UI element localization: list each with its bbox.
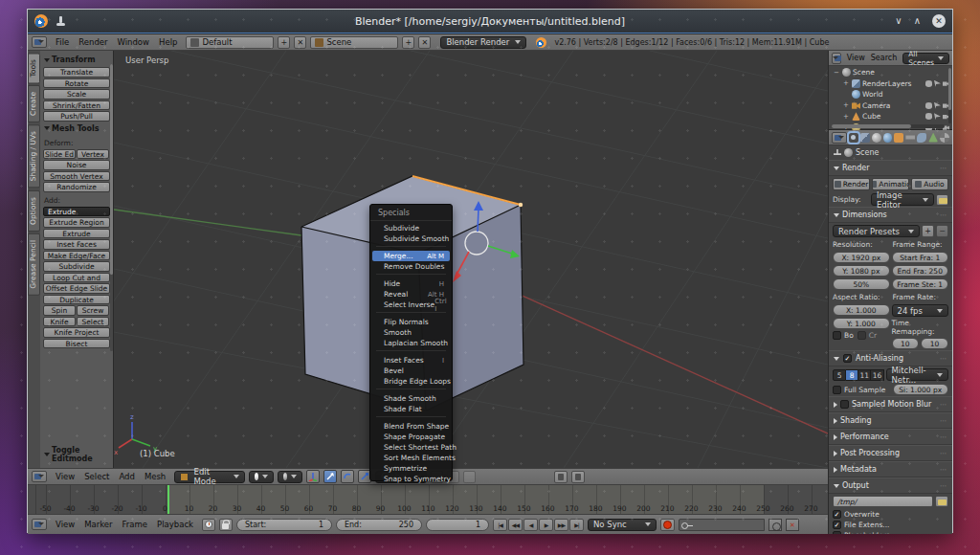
tool-button[interactable]: Extrude Region xyxy=(43,217,110,228)
border-checkbox[interactable]: Bo xyxy=(833,331,854,340)
close-button[interactable]: ✕ xyxy=(932,14,946,28)
aa-samples-button[interactable]: 5 xyxy=(833,369,846,381)
context-menu-item[interactable] xyxy=(376,246,446,250)
context-menu-item[interactable]: Bridge Edge Loops xyxy=(370,376,452,387)
playback-button[interactable]: ▶| xyxy=(569,519,584,531)
aa-samples-button[interactable]: 16 xyxy=(871,369,883,381)
tool-button[interactable]: Randomize xyxy=(43,182,110,192)
render-tab-icon[interactable] xyxy=(849,133,858,143)
output-panel-header[interactable]: Output ⋯ xyxy=(829,477,952,494)
display-lock-button[interactable] xyxy=(936,194,948,206)
context-menu-item[interactable] xyxy=(376,388,446,392)
tool-button[interactable]: Duplicate xyxy=(43,295,110,305)
viewport-editor-icon[interactable] xyxy=(32,471,47,482)
viewport-3d[interactable]: z x y User Persp (1) Cube xyxy=(114,51,828,468)
context-menu-item[interactable] xyxy=(376,312,446,316)
preset-add-button[interactable]: + xyxy=(922,225,934,237)
timeline-menu[interactable]: Playback xyxy=(152,520,198,529)
collapsed-panel-header[interactable]: Metadata ⋯ xyxy=(829,461,952,477)
tool-button[interactable]: Translate xyxy=(43,67,110,78)
pivot-selector[interactable] xyxy=(278,471,302,483)
tool-shelf-tab[interactable]: Grease Pencil xyxy=(28,233,40,296)
viewport-menu[interactable]: View xyxy=(51,472,79,481)
playback-button[interactable]: ▶ xyxy=(539,519,553,531)
panel-dots-icon[interactable]: ⋯ xyxy=(940,355,947,363)
constraints-tab-icon[interactable] xyxy=(905,133,915,143)
delete-keyframe-button[interactable] xyxy=(786,519,799,531)
visibility-eye-icon[interactable] xyxy=(925,102,932,109)
tool-button[interactable]: Bisect xyxy=(43,339,110,349)
tool-button[interactable]: Extrude Individual xyxy=(43,229,110,239)
collapsed-panel-header[interactable]: Shading ⋯ xyxy=(829,412,952,429)
context-menu-item[interactable]: Symmetrize xyxy=(370,463,452,474)
panel-dots-icon[interactable]: ⋯ xyxy=(940,401,947,409)
resolution-x-field[interactable]: X: 1920 px xyxy=(833,252,890,263)
timeline-editor-icon[interactable] xyxy=(32,519,47,530)
timeline-menu[interactable]: Frame xyxy=(118,520,152,529)
playback-button[interactable]: |◀ xyxy=(493,519,507,531)
remap-old-field[interactable]: 10 xyxy=(892,338,920,349)
scene-selector[interactable]: Scene xyxy=(310,36,398,49)
world-tab-icon[interactable] xyxy=(883,133,893,143)
visibility-eye-icon[interactable] xyxy=(925,80,932,87)
tool-shelf-tab[interactable]: Options xyxy=(28,190,40,232)
render-layers-tab-icon[interactable] xyxy=(860,133,870,143)
tool-shelf-tab[interactable]: Tools xyxy=(28,53,40,83)
aa-samples-button[interactable]: 11 xyxy=(858,369,871,381)
aspect-x-field[interactable]: X: 1.000 xyxy=(833,304,890,316)
tool-button[interactable]: Knife xyxy=(43,317,76,327)
selectability-icon[interactable] xyxy=(934,102,941,109)
collapsed-panel-header[interactable]: Sampled Motion Blur ⋯ xyxy=(829,396,952,412)
panel-checkbox[interactable] xyxy=(840,400,849,409)
info-menu[interactable]: File xyxy=(51,37,74,47)
outliner-hscrollbar[interactable] xyxy=(832,124,945,128)
end-frame-field[interactable]: End Fra: 250 xyxy=(892,265,949,277)
panel-dots-icon[interactable]: ⋯ xyxy=(940,165,947,172)
tool-shelf-scrollbar[interactable] xyxy=(110,64,113,351)
tool-button[interactable]: Offset Edge Slide xyxy=(43,283,110,294)
aspect-y-field[interactable]: Y: 1.000 xyxy=(833,318,890,329)
context-menu-item[interactable]: Select Shortest Path xyxy=(370,442,452,453)
collapsed-panel-header[interactable]: Performance ⋯ xyxy=(829,429,952,445)
panel-dots-icon[interactable]: ⋯ xyxy=(940,211,947,219)
render-panel-header[interactable]: Render ⋯ xyxy=(829,160,952,176)
tool-button[interactable]: Shrink/Fatten xyxy=(43,100,110,111)
tool-button[interactable]: Select xyxy=(77,317,109,327)
panel-dots-icon[interactable]: ⋯ xyxy=(940,466,947,474)
fps-selector[interactable]: 24 fps xyxy=(892,304,949,317)
playback-button[interactable]: ◀◀ xyxy=(508,519,523,531)
outliner-menu[interactable]: Search xyxy=(868,54,900,62)
selectability-icon[interactable] xyxy=(934,113,941,120)
tool-button[interactable]: Spin xyxy=(43,305,76,316)
tool-button[interactable]: Subdivide xyxy=(43,261,110,272)
outliner-row[interactable]: + Cube xyxy=(829,111,952,122)
antialiasing-panel-header[interactable]: ✓ Anti-Aliasing ⋯ xyxy=(829,350,952,366)
full-sample-checkbox[interactable]: Full Sample xyxy=(833,386,891,394)
viewport-menu[interactable]: Mesh xyxy=(140,472,170,481)
object-tab-icon[interactable] xyxy=(894,133,903,143)
tool-button[interactable]: Extrude xyxy=(43,207,110,217)
tool-button[interactable]: Inset Faces xyxy=(43,239,110,250)
context-menu-item[interactable]: Smooth xyxy=(370,327,452,338)
playback-button[interactable]: ▶▶ xyxy=(554,519,568,531)
context-menu-item[interactable]: Subdivide xyxy=(370,223,452,233)
timeline-menu[interactable]: Marker xyxy=(79,520,117,529)
playback-realtime-button[interactable] xyxy=(202,519,215,531)
modifiers-tab-icon[interactable] xyxy=(917,133,926,143)
rotate-manipulator-button[interactable] xyxy=(341,470,354,483)
render-engine-selector[interactable]: Blender Render xyxy=(440,36,526,49)
collapsed-panel-header[interactable]: Post Processing ⋯ xyxy=(829,445,952,461)
resolution-percent-slider[interactable]: 50% xyxy=(833,278,890,290)
meshtools-panel-header[interactable]: Mesh Tools xyxy=(43,122,110,136)
context-menu-item[interactable]: Sort Mesh Elements xyxy=(370,453,452,463)
output-path-field[interactable]: /tmp/ xyxy=(833,496,933,507)
info-menu[interactable]: Render xyxy=(74,37,112,47)
tool-shelf-tab[interactable]: Shading / UVs xyxy=(28,124,40,188)
layout-add-button[interactable]: + xyxy=(278,36,290,49)
start-frame-field[interactable]: Start: 1 xyxy=(236,519,332,531)
viewport-menu[interactable]: Add xyxy=(114,472,139,481)
lock-frame-button[interactable] xyxy=(219,519,233,531)
layout-selector[interactable]: Default xyxy=(186,36,274,49)
selectability-icon[interactable] xyxy=(934,80,941,87)
aa-samples-button[interactable]: 8 xyxy=(846,369,858,381)
